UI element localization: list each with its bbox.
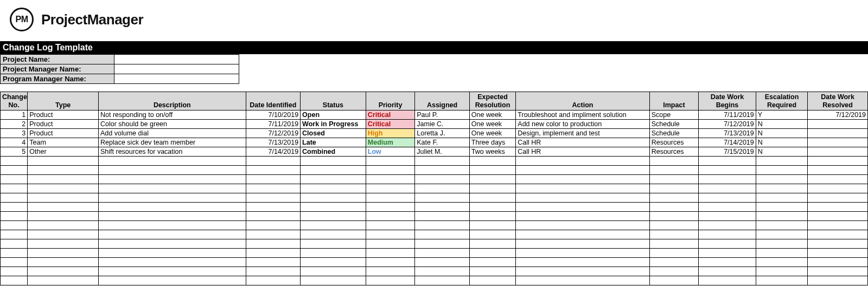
cell[interactable] [366, 258, 415, 267]
cell[interactable] [246, 157, 301, 166]
cell[interactable] [1, 212, 28, 221]
cell[interactable] [99, 249, 246, 258]
cell[interactable]: Schedule [649, 120, 699, 129]
cell[interactable] [756, 249, 808, 258]
cell[interactable] [469, 157, 515, 166]
cell[interactable] [99, 221, 246, 230]
cell[interactable] [246, 184, 301, 193]
cell[interactable] [1, 230, 28, 239]
cell[interactable]: Color should be green [99, 120, 246, 129]
cell[interactable] [1, 203, 28, 212]
cell[interactable] [516, 157, 649, 166]
cell[interactable] [415, 166, 470, 175]
cell[interactable]: N [756, 147, 808, 157]
cell[interactable] [808, 193, 868, 203]
cell[interactable] [756, 193, 808, 203]
cell[interactable] [649, 193, 699, 203]
cell[interactable]: Call HR [516, 138, 649, 147]
cell[interactable] [246, 193, 301, 203]
cell[interactable] [469, 276, 515, 285]
cell[interactable] [756, 175, 808, 184]
cell[interactable]: Two weeks [469, 147, 515, 157]
cell[interactable] [246, 166, 301, 175]
cell[interactable] [808, 212, 868, 221]
cell[interactable]: 7/15/2019 [699, 147, 756, 157]
cell[interactable]: 7/11/2019 [246, 120, 301, 129]
cell[interactable] [516, 276, 649, 285]
cell[interactable] [649, 267, 699, 276]
cell[interactable] [99, 258, 246, 267]
cell[interactable] [469, 203, 515, 212]
cell[interactable] [649, 276, 699, 285]
cell[interactable] [99, 157, 246, 166]
cell[interactable] [1, 276, 28, 285]
cell[interactable] [301, 267, 366, 276]
cell[interactable]: Call HR [516, 147, 649, 157]
cell[interactable] [246, 203, 301, 212]
cell[interactable] [516, 249, 649, 258]
cell[interactable] [246, 276, 301, 285]
cell[interactable] [415, 239, 470, 249]
cell[interactable]: Product [28, 110, 99, 120]
cell[interactable]: One week [469, 120, 515, 129]
cell[interactable] [28, 203, 99, 212]
cell[interactable] [756, 230, 808, 239]
cell[interactable] [1, 258, 28, 267]
cell[interactable] [756, 203, 808, 212]
cell[interactable] [1, 239, 28, 249]
cell[interactable] [699, 239, 756, 249]
cell[interactable] [649, 203, 699, 212]
cell[interactable] [808, 129, 868, 138]
cell[interactable] [246, 239, 301, 249]
cell[interactable] [808, 175, 868, 184]
cell[interactable]: 2 [1, 120, 28, 129]
cell[interactable]: Team [28, 138, 99, 147]
cell[interactable] [99, 203, 246, 212]
cell[interactable] [1, 157, 28, 166]
cell[interactable]: Design, implement and test [516, 129, 649, 138]
cell[interactable]: Late [301, 138, 366, 147]
cell[interactable] [301, 212, 366, 221]
cell[interactable] [756, 258, 808, 267]
cell[interactable] [415, 203, 470, 212]
cell[interactable] [366, 212, 415, 221]
cell[interactable] [246, 175, 301, 184]
cell[interactable] [28, 221, 99, 230]
cell[interactable] [415, 221, 470, 230]
cell[interactable] [99, 276, 246, 285]
cell[interactable] [1, 166, 28, 175]
cell[interactable] [516, 193, 649, 203]
cell[interactable]: 3 [1, 129, 28, 138]
cell[interactable]: Troubleshoot and impliment solution [516, 110, 649, 120]
cell[interactable] [366, 267, 415, 276]
cell[interactable] [28, 175, 99, 184]
cell[interactable] [756, 267, 808, 276]
cell[interactable] [756, 157, 808, 166]
cell[interactable] [649, 221, 699, 230]
cell[interactable]: Kate F. [415, 138, 470, 147]
cell[interactable] [99, 230, 246, 239]
cell[interactable] [756, 184, 808, 193]
cell[interactable] [699, 184, 756, 193]
cell[interactable] [366, 203, 415, 212]
cell[interactable]: High [366, 129, 415, 138]
cell[interactable] [366, 249, 415, 258]
cell[interactable] [516, 184, 649, 193]
cell[interactable]: 7/14/2019 [246, 147, 301, 157]
cell[interactable]: 7/12/2019 [699, 120, 756, 129]
cell[interactable] [28, 239, 99, 249]
cell[interactable] [301, 221, 366, 230]
cell[interactable] [99, 193, 246, 203]
cell[interactable]: Other [28, 147, 99, 157]
program-manager-cell[interactable] [114, 74, 239, 84]
cell[interactable] [301, 184, 366, 193]
cell[interactable] [415, 230, 470, 239]
cell[interactable] [301, 239, 366, 249]
cell[interactable] [649, 157, 699, 166]
cell[interactable] [649, 230, 699, 239]
cell[interactable] [469, 212, 515, 221]
cell[interactable] [808, 276, 868, 285]
cell[interactable] [366, 184, 415, 193]
cell[interactable]: Schedule [649, 129, 699, 138]
cell[interactable]: Resources [649, 147, 699, 157]
